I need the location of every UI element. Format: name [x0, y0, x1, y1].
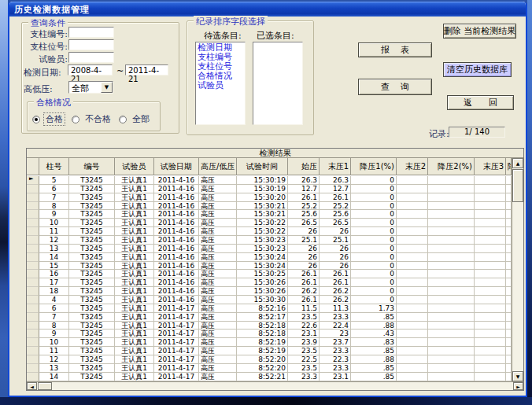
cell[interactable]: 高压 [199, 313, 237, 322]
cell[interactable]: 2011-4-16 [154, 185, 199, 193]
selected-items-listbox[interactable] [253, 42, 303, 125]
cell[interactable]: T3245 [69, 278, 115, 287]
cell[interactable]: .85 [351, 373, 397, 381]
cell[interactable]: 16 [39, 270, 69, 278]
cell[interactable]: 王认真1 [115, 202, 154, 211]
cell[interactable]: 高压 [199, 287, 237, 296]
cell[interactable]: 2011-4-17 [154, 355, 199, 364]
cell[interactable]: 高压 [199, 373, 237, 381]
cell[interactable]: 2011-4-16 [154, 245, 199, 253]
cell[interactable]: 22.6 [288, 322, 320, 330]
cell[interactable]: 王认真1 [115, 296, 154, 304]
cell[interactable]: 23.3 [320, 313, 351, 322]
cell[interactable] [397, 322, 428, 330]
cell[interactable]: 王认真1 [115, 278, 154, 287]
cell[interactable]: 5 [39, 176, 69, 185]
cell[interactable]: 0 [351, 296, 397, 304]
cell[interactable] [475, 296, 506, 304]
cell[interactable] [475, 338, 506, 347]
cell[interactable]: 2011-4-17 [154, 313, 199, 322]
cell[interactable]: 0 [351, 245, 397, 253]
cell[interactable]: 8 [39, 202, 69, 211]
cell[interactable]: 2011-4-16 [154, 227, 199, 236]
window-titlebar[interactable]: 历史检测数据管理 [9, 2, 526, 17]
cell[interactable]: 王认真1 [115, 210, 154, 219]
row-selector[interactable] [27, 202, 39, 211]
table-row[interactable]: 7T3245王认真12011-4-17高压8:52:1723.523.3.85 [27, 313, 512, 322]
cell[interactable]: 高压 [199, 364, 237, 373]
cell[interactable] [475, 355, 506, 364]
cell[interactable] [475, 253, 506, 262]
cell[interactable]: 0 [351, 219, 397, 227]
cell[interactable]: 王认真1 [115, 330, 154, 338]
cell[interactable] [397, 262, 428, 271]
cell[interactable] [428, 322, 475, 330]
radio-all[interactable]: 全部 [119, 112, 152, 126]
cell[interactable]: 18 [39, 287, 69, 296]
cell[interactable]: 高压 [199, 185, 237, 193]
cell[interactable] [397, 338, 428, 347]
scroll-up-arrow-icon[interactable]: ▲ [512, 158, 523, 168]
cell[interactable]: 8:52:19 [237, 338, 288, 347]
cell[interactable] [428, 253, 475, 262]
table-row[interactable]: 10T3245王认真12011-4-17高压8:52:1923.923.7.83 [27, 338, 512, 347]
cell[interactable]: 26 [320, 227, 351, 236]
cell[interactable]: 25.1 [320, 236, 351, 245]
row-selector[interactable] [27, 313, 39, 322]
cell[interactable]: 2011-4-16 [154, 296, 199, 304]
cell[interactable]: 王认真1 [115, 338, 154, 347]
cell[interactable]: T3245 [69, 236, 115, 245]
cell[interactable]: 6 [39, 304, 69, 313]
row-selector[interactable] [27, 253, 39, 262]
cell[interactable]: 王认真1 [115, 236, 154, 245]
cell[interactable] [506, 364, 512, 373]
cell[interactable]: T3245 [69, 219, 115, 227]
cell[interactable]: 高压 [199, 322, 237, 330]
cell[interactable]: 25.6 [320, 210, 351, 219]
cell[interactable] [475, 330, 506, 338]
cell[interactable] [475, 227, 506, 236]
cell[interactable]: 23.3 [320, 347, 351, 355]
horizontal-scrollbar-thumb[interactable] [38, 382, 52, 390]
cell[interactable]: T3245 [69, 270, 115, 278]
cell[interactable]: 15:30:30 [237, 296, 288, 304]
cell[interactable]: 12 [39, 355, 69, 364]
cell[interactable] [428, 355, 475, 364]
cell[interactable]: 13 [39, 364, 69, 373]
cell[interactable] [397, 245, 428, 253]
cell[interactable]: 23.9 [288, 338, 320, 347]
cell[interactable]: T3245 [69, 227, 115, 236]
table-row[interactable]: 9T3245王认真12011-4-17高压8:52:1823.123.43 [27, 330, 512, 338]
cell[interactable]: T3245 [69, 296, 115, 304]
row-selector[interactable] [27, 262, 39, 271]
cell[interactable]: 2011-4-17 [154, 347, 199, 355]
cell[interactable]: 高压 [199, 193, 237, 202]
cell[interactable]: 高压 [199, 304, 237, 313]
cell[interactable]: 10 [39, 219, 69, 227]
query-button[interactable]: 查 询 [358, 79, 432, 95]
cell[interactable]: 王认真1 [115, 185, 154, 193]
cell[interactable]: T3245 [69, 193, 115, 202]
cell[interactable] [475, 219, 506, 227]
cell[interactable]: 10 [39, 338, 69, 347]
dropdown-arrow-icon[interactable]: ▼ [101, 82, 113, 93]
cell[interactable]: 26.2 [320, 287, 351, 296]
cell[interactable] [475, 193, 506, 202]
scroll-left-arrow-icon[interactable]: ◄ [27, 382, 37, 390]
cell[interactable]: 2011-4-16 [154, 278, 199, 287]
cell[interactable]: T3245 [69, 373, 115, 381]
cell[interactable] [397, 219, 428, 227]
cell[interactable]: 23 [320, 330, 351, 338]
table-row[interactable]: 4T3245王认真12011-4-16高压15:30:3026.126.20 [27, 296, 512, 304]
cell[interactable]: 26.1 [288, 278, 320, 287]
cell[interactable] [475, 278, 506, 287]
cell[interactable]: 0 [351, 193, 397, 202]
cell[interactable] [506, 373, 512, 381]
cell[interactable] [506, 236, 512, 245]
cell[interactable]: 15:30:21 [237, 202, 288, 211]
cell[interactable]: 0 [351, 262, 397, 271]
cell[interactable]: 6 [39, 185, 69, 193]
cell[interactable] [397, 210, 428, 219]
cell[interactable]: 23.1 [320, 373, 351, 381]
cell[interactable]: 12.7 [288, 185, 320, 193]
